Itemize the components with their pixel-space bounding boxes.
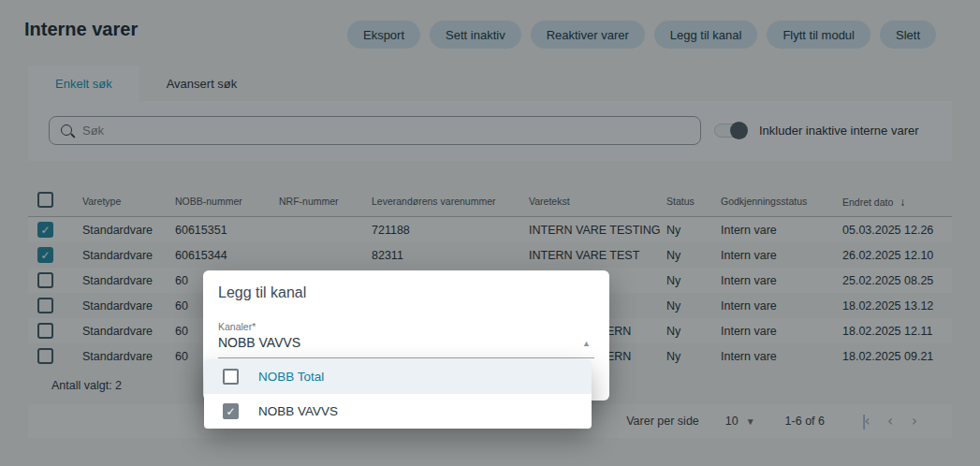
channel-option-label: NOBB VAVVS — [258, 404, 338, 418]
channel-option-nobb-total[interactable]: NOBB Total — [204, 359, 592, 394]
channel-option-nobb-vavvs[interactable]: ✓NOBB VAVVS — [204, 394, 592, 429]
channel-checkbox[interactable]: ✓ — [223, 403, 239, 419]
interne-varer-page: Interne varer EksportSett inaktivReaktiv… — [0, 0, 980, 466]
channel-option-label: NOBB Total — [258, 370, 324, 384]
channel-checkbox[interactable] — [223, 369, 239, 385]
channel-options-dropdown: NOBB Total✓NOBB VAVVS — [204, 359, 592, 429]
channels-select-value: NOBB VAVVS — [218, 335, 300, 350]
modal-title: Legg til kanal — [218, 284, 594, 301]
select-open-arrow-icon: ▲ — [582, 339, 591, 348]
channels-field-label: Kanaler* — [218, 321, 594, 332]
channels-select[interactable]: NOBB VAVVS ▲ — [218, 335, 594, 358]
